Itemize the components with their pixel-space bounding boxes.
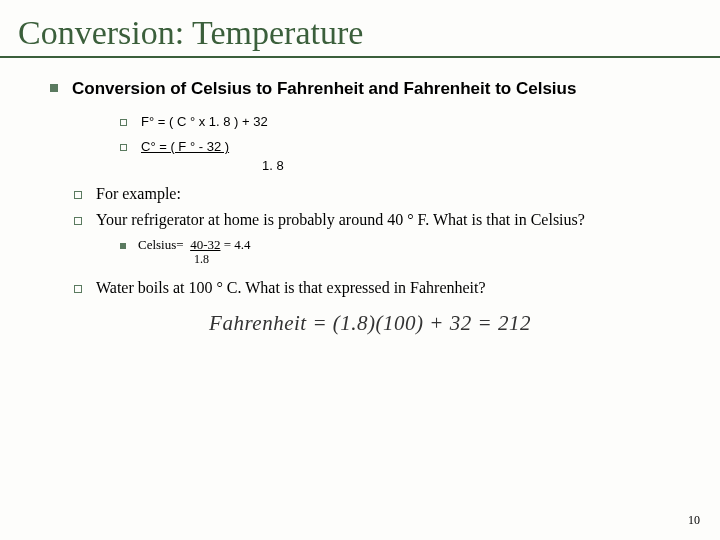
formula-c-denominator: 1. 8 — [262, 158, 690, 173]
boil-question: Water boils at 100 ° C. What is that exp… — [96, 279, 486, 297]
bullet-hollow-icon — [74, 217, 82, 225]
main-heading-row: Conversion of Celsius to Fahrenheit and … — [50, 78, 690, 100]
fridge-calc-result: = 4.4 — [220, 237, 250, 252]
slide-body: Conversion of Celsius to Fahrenheit and … — [0, 58, 720, 336]
boil-question-row: Water boils at 100 ° C. What is that exp… — [74, 279, 690, 297]
fridge-calc-denominator: 1.8 — [194, 252, 690, 267]
bullet-hollow-icon — [120, 119, 127, 126]
main-heading: Conversion of Celsius to Fahrenheit and … — [72, 78, 576, 100]
formula-f: F° = ( C ° x 1. 8 ) + 32 — [120, 114, 690, 129]
formula-f-text: F° = ( C ° x 1. 8 ) + 32 — [141, 114, 268, 129]
formula-block: F° = ( C ° x 1. 8 ) + 32 C° = ( F ° - 32… — [120, 114, 690, 173]
fridge-question-row: Your refrigerator at home is probably ar… — [74, 211, 690, 229]
fridge-calc-row: Celsius= 40-32 = 4.4 — [120, 237, 690, 253]
bullet-hollow-icon — [120, 144, 127, 151]
bullet-hollow-icon — [74, 285, 82, 293]
page-number: 10 — [688, 513, 700, 528]
fahrenheit-equation: Fahrenheit = (1.8)(100) + 32 = 212 — [50, 311, 690, 336]
example-label-row: For example: — [74, 185, 690, 203]
bullet-square-icon — [50, 84, 58, 92]
bullet-hollow-icon — [74, 191, 82, 199]
example-label: For example: — [96, 185, 181, 203]
fridge-calc-numerator: 40-32 — [190, 237, 220, 252]
fridge-calc-label: Celsius= — [138, 237, 184, 252]
fridge-question: Your refrigerator at home is probably ar… — [96, 211, 585, 229]
bullet-square-icon — [120, 243, 126, 249]
formula-c: C° = ( F ° - 32 ) — [120, 139, 690, 154]
formula-c-numerator: C° = ( F ° - 32 ) — [141, 139, 229, 154]
slide-title: Conversion: Temperature — [0, 0, 720, 58]
